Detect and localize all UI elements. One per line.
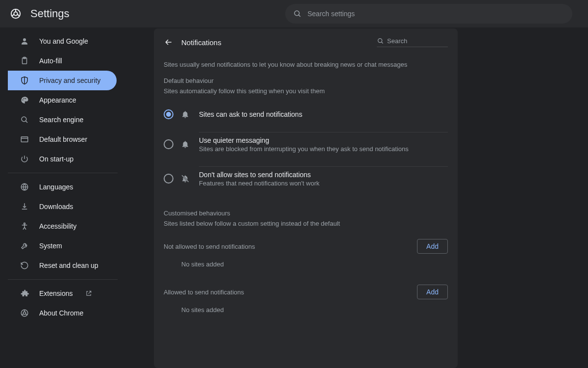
bell-icon [180,110,190,119]
sidebar-item-about[interactable]: About Chrome [8,303,114,323]
sidebar-item-extensions[interactable]: Extensions [8,284,114,303]
sidebar-item-label: Reset and clean up [39,262,98,269]
radio-button[interactable] [164,139,173,149]
intro-text: Sites usually send notifications to let … [154,49,458,77]
radio-button[interactable] [164,109,173,119]
main-content: Notifications Sites usually send notific… [125,27,588,368]
option-quieter[interactable]: Use quieter messaging Sites are blocked … [154,127,458,161]
global-search-input[interactable] [308,10,565,18]
card-search-input[interactable] [387,37,439,45]
bell-icon [180,140,190,149]
download-icon [20,202,29,211]
not-allowed-heading: Not allowed to send notifications [164,243,255,250]
sidebar-item-accessibility[interactable]: Accessibility [8,216,114,236]
svg-line-19 [382,42,383,44]
add-allowed-button[interactable]: Add [417,285,448,299]
palette-icon [20,96,29,105]
sidebar-item-system[interactable]: System [8,236,114,256]
custom-behaviours-heading: Customised behaviours [164,210,448,217]
sidebar-item-label: Accessibility [39,222,76,230]
wrench-icon [20,241,29,250]
sidebar-item-label: Privacy and security [39,77,100,84]
sidebar-item-label: On start-up [39,155,74,163]
chrome-logo-icon [10,8,22,20]
allowed-empty: No sites added [154,301,458,328]
svg-line-11 [25,121,27,123]
sidebar-item-label: Languages [39,183,73,191]
svg-point-1 [14,12,17,15]
svg-point-9 [25,98,26,99]
sidebar-item-languages[interactable]: Languages [8,177,114,197]
search-icon [293,9,302,18]
svg-point-18 [378,39,382,43]
accessibility-icon [20,222,29,231]
svg-point-8 [24,98,24,99]
search-icon [20,115,29,124]
sidebar-item-default-browser[interactable]: Default browser [8,130,114,149]
restore-icon [20,261,29,270]
browser-icon [20,135,29,144]
sidebar-item-downloads[interactable]: Downloads [8,197,114,216]
sidebar-item-appearance[interactable]: Appearance [8,90,114,110]
svg-point-4 [23,38,26,41]
app-header: Settings [0,0,588,27]
svg-point-2 [294,11,299,16]
sidebar-item-label: System [39,242,62,250]
sidebar-item-label: Auto-fill [39,57,62,65]
globe-icon [20,183,29,191]
svg-point-7 [23,100,24,101]
global-search[interactable] [285,4,573,24]
radio-button[interactable] [164,174,173,184]
extensions-icon [20,289,29,298]
clipboard-icon [20,56,29,65]
custom-behaviours-subtext: Sites listed below follow a custom setti… [154,217,458,234]
sidebar-item-label: Default browser [39,135,87,143]
svg-line-3 [298,15,300,17]
sidebar-item-search-engine[interactable]: Search engine [8,110,114,130]
external-link-icon [85,290,92,297]
card-search[interactable] [377,37,448,47]
sidebar-item-label: Appearance [39,96,76,104]
option-title: Don't allow sites to send notifications [199,171,448,179]
allowed-heading: Allowed to send notifications [164,289,244,296]
settings-card: Notifications Sites usually send notific… [154,28,458,368]
sidebar-item-label: About Chrome [39,309,83,317]
sidebar-nav: You and Google Auto-fill Privacy and sec… [0,27,125,368]
option-title: Use quieter messaging [199,136,448,144]
search-icon [377,37,384,45]
sidebar-item-label: Downloads [39,203,73,210]
power-icon [20,155,29,163]
option-desc: Features that need notifications won't w… [199,180,448,187]
sidebar-item-startup[interactable]: On start-up [8,149,114,169]
sidebar-item-privacy[interactable]: Privacy and security [8,71,117,90]
sidebar-item-autofill[interactable]: Auto-fill [8,51,114,71]
card-title: Notifications [181,38,369,47]
svg-point-15 [24,223,25,224]
shield-icon [20,76,29,85]
svg-rect-12 [21,137,28,142]
svg-point-10 [22,117,26,122]
default-behaviour-heading: Default behaviour [164,77,448,84]
back-button[interactable] [164,37,173,47]
add-not-allowed-button[interactable]: Add [417,239,448,254]
sidebar-item-label: You and Google [39,37,88,45]
option-title: Sites can ask to send notifications [199,110,448,118]
option-ask[interactable]: Sites can ask to send notifications [154,102,458,127]
sidebar-item-label: Search engine [39,116,83,124]
chrome-icon [20,309,29,317]
not-allowed-empty: No sites added [154,256,458,283]
sidebar-item-you-and-google[interactable]: You and Google [8,31,114,51]
person-icon [20,37,29,46]
page-title: Settings [30,7,70,20]
sidebar-item-label: Extensions [39,289,73,297]
option-desc: Sites are blocked from interrupting you … [199,145,448,153]
option-block[interactable]: Don't allow sites to send notifications … [154,161,458,196]
default-behaviour-subtext: Sites automatically follow this setting … [154,84,458,102]
sidebar-item-reset[interactable]: Reset and clean up [8,256,114,275]
bell-off-icon [180,174,190,183]
